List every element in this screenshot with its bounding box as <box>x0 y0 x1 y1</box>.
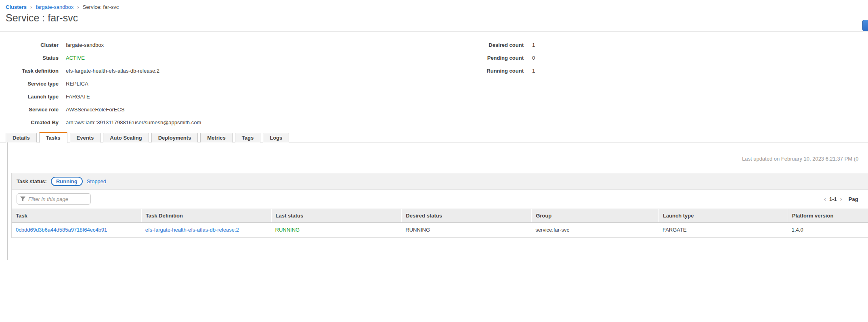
tab-deployments[interactable]: Deployments <box>151 133 198 142</box>
breadcrumb: Clusters › fargate-sandbox › Service: fa… <box>6 4 119 10</box>
filter-input-wrapper <box>17 193 91 205</box>
page-title: Service : far-svc <box>6 12 78 24</box>
breadcrumb-cluster-link[interactable]: fargate-sandbox <box>36 4 73 10</box>
detail-label: Status <box>0 55 59 61</box>
detail-row-created-by: Created By arn:aws:iam::391311798816:use… <box>0 116 201 129</box>
row-platform-version: 1.4.0 <box>788 223 868 237</box>
tab-details[interactable]: Details <box>6 133 37 142</box>
column-header-task-definition[interactable]: Task Definition <box>141 209 271 222</box>
breadcrumb-clusters-link[interactable]: Clusters <box>6 4 27 10</box>
tab-tasks[interactable]: Tasks <box>39 132 67 143</box>
service-status-value: ACTIVE <box>66 55 85 61</box>
pending-count-value: 0 <box>532 55 535 61</box>
breadcrumb-separator-icon: › <box>30 4 32 10</box>
detail-row-status: Status ACTIVE <box>0 51 201 64</box>
task-definition-link[interactable]: efs-fargate-health-efs-atlas-db-release:… <box>66 68 159 74</box>
table-toolbar: ‹ 1-1 › Pag <box>12 190 868 209</box>
detail-label: Task definition <box>0 68 59 74</box>
update-button[interactable] <box>862 20 868 31</box>
column-header-last-status[interactable]: Last status <box>271 209 402 222</box>
status-filter-stopped[interactable]: Stopped <box>87 178 106 184</box>
row-group: service:far-svc <box>531 223 658 237</box>
tasks-table-header: Task Task Definition Last status Desired… <box>12 209 868 223</box>
detail-row-desired-count: Desired count 1 <box>424 38 535 51</box>
detail-label: Cluster <box>0 42 59 48</box>
pagination-prev-icon[interactable]: ‹ <box>824 195 826 203</box>
launch-type-value: FARGATE <box>66 94 90 100</box>
tab-metrics[interactable]: Metrics <box>200 133 233 142</box>
breadcrumb-current: Service: far-svc <box>83 4 119 10</box>
detail-row-task-definition: Task definition efs-fargate-health-efs-a… <box>0 64 201 77</box>
detail-label: Running count <box>424 68 524 74</box>
detail-label: Created By <box>0 119 59 125</box>
filter-funnel-icon <box>20 197 25 201</box>
tab-logs[interactable]: Logs <box>263 133 289 142</box>
service-details-right: Desired count 1 Pending count 0 Running … <box>424 38 535 77</box>
pagination: ‹ 1-1 › Pag <box>824 195 858 203</box>
pagination-page-label: Pag <box>849 196 858 202</box>
row-launch-type: FARGATE <box>658 223 788 237</box>
desired-count-value: 1 <box>532 42 535 48</box>
detail-row-launch-type: Launch type FARGATE <box>0 90 201 103</box>
detail-row-cluster: Cluster fargate-sandbox <box>0 38 201 51</box>
column-header-platform-version[interactable]: Platform version <box>788 209 868 222</box>
detail-row-service-type: Service type REPLICA <box>0 77 201 90</box>
task-status-bar: Task status: Running Stopped <box>12 173 868 190</box>
tab-tags[interactable]: Tags <box>235 133 260 142</box>
pagination-next-icon[interactable]: › <box>840 195 842 203</box>
tabbar: Details Tasks Events Auto Scaling Deploy… <box>6 132 289 142</box>
last-updated-text: Last updated on February 10, 2023 6:21:3… <box>742 156 858 162</box>
running-count-value: 1 <box>532 68 535 74</box>
tasks-panel: Task status: Running Stopped ‹ 1-1 › Pag… <box>11 173 868 238</box>
cluster-link[interactable]: fargate-sandbox <box>66 42 104 48</box>
title-divider <box>0 31 868 32</box>
detail-label: Launch type <box>0 94 59 100</box>
column-header-task[interactable]: Task <box>12 209 141 222</box>
detail-label: Service role <box>0 107 59 113</box>
column-header-group[interactable]: Group <box>531 209 658 222</box>
created-by-value: arn:aws:iam::391311798816:user/sumesh@ap… <box>66 119 201 125</box>
detail-label: Desired count <box>424 42 524 48</box>
service-type-value: REPLICA <box>66 81 88 87</box>
tab-auto-scaling[interactable]: Auto Scaling <box>103 133 149 142</box>
breadcrumb-separator-icon: › <box>77 4 79 10</box>
filter-input[interactable] <box>17 193 91 205</box>
detail-label: Service type <box>0 81 59 87</box>
service-details-left: Cluster fargate-sandbox Status ACTIVE Ta… <box>0 38 201 129</box>
row-desired-status: RUNNING <box>401 223 531 237</box>
tab-content-border <box>7 142 8 260</box>
pagination-range: 1-1 <box>829 196 837 202</box>
column-header-launch-type[interactable]: Launch type <box>658 209 788 222</box>
tab-events[interactable]: Events <box>70 133 101 142</box>
detail-label: Pending count <box>424 55 524 61</box>
detail-row-running-count: Running count 1 <box>424 64 535 77</box>
task-status-label: Task status: <box>17 178 47 184</box>
row-last-status: RUNNING <box>271 223 402 237</box>
task-id-link[interactable]: 0cbdd69d3b6a44d585a9718f64ec4b91 <box>16 227 107 233</box>
table-row: 0cbdd69d3b6a44d585a9718f64ec4b91 efs-far… <box>12 223 868 238</box>
row-task-definition-link[interactable]: efs-fargate-health-efs-atlas-db-release:… <box>145 227 239 233</box>
status-filter-running[interactable]: Running <box>51 177 83 186</box>
service-role-value: AWSServiceRoleForECS <box>66 107 124 113</box>
detail-row-service-role: Service role AWSServiceRoleForECS <box>0 103 201 116</box>
column-header-desired-status[interactable]: Desired status <box>401 209 531 222</box>
detail-row-pending-count: Pending count 0 <box>424 51 535 64</box>
